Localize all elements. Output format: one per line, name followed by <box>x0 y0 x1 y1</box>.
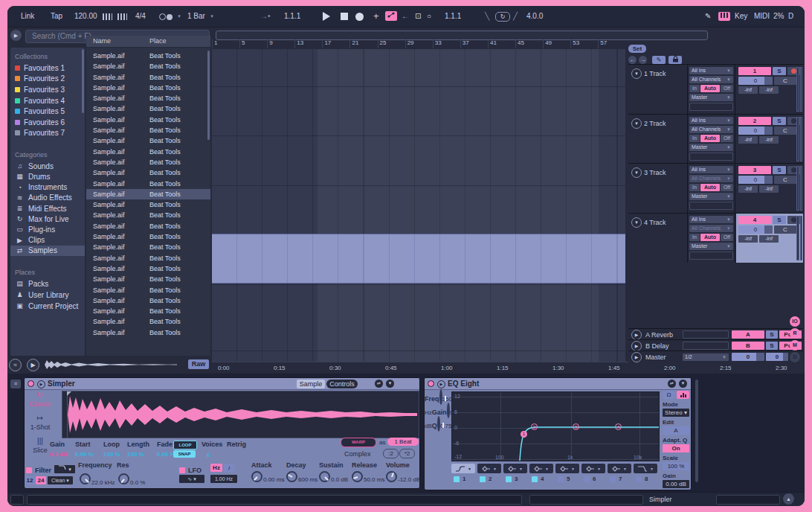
solo-button[interactable]: S <box>773 166 786 174</box>
show-hide-info-icon[interactable]: ▲ <box>783 493 794 505</box>
quantize-menu[interactable]: 1 Bar <box>187 12 205 20</box>
warp-double-button[interactable]: *2 <box>399 449 415 458</box>
file-row[interactable]: Sample.aifBeat Tools <box>86 242 210 252</box>
midi-map-button[interactable]: MIDI <box>754 12 770 20</box>
file-row[interactable]: Sample.aifBeat Tools <box>86 167 210 178</box>
track-fold-icon[interactable]: ▼ <box>631 68 642 79</box>
output-type-select[interactable]: Master▼ <box>689 94 733 101</box>
preview-play-icon[interactable]: ▶ <box>27 359 39 371</box>
band-shape-select[interactable]: ▼ <box>529 464 553 473</box>
preview-waveform[interactable] <box>42 359 180 371</box>
volume-slider[interactable]: 0 <box>738 77 773 85</box>
filter-slope-12-button[interactable]: 12 <box>25 476 35 484</box>
eq-curve-display[interactable]: 12 6 0 -6 -12 100 1k 10k 1 2 3 4 <box>451 391 660 461</box>
time-ruler[interactable]: 0:000:150:300:451:001:151:301:452:002:15… <box>212 362 803 373</box>
loop-length-field[interactable]: 4.0.0 <box>526 12 543 20</box>
track-name-area[interactable]: ▼ 4 Track <box>628 214 688 263</box>
key-map-button[interactable]: Key <box>735 12 747 20</box>
loop-nudge-right-icon[interactable]: → <box>639 56 647 64</box>
retrig-label[interactable]: Retrig <box>227 441 246 448</box>
browser-toggle-icon[interactable]: ▶ <box>10 30 22 41</box>
return-solo-button[interactable]: S <box>766 330 778 339</box>
pan-dial[interactable]: C <box>774 77 796 85</box>
track-header[interactable]: ▼ 1 Track All Ins▼ All Channels▼ In Auto… <box>628 64 803 114</box>
warp-length-field[interactable]: 1 Beat <box>387 438 419 446</box>
track-fold-icon[interactable]: ▼ <box>631 217 642 228</box>
track-activator-button[interactable]: 2 <box>738 117 771 125</box>
loop-nudge-left-icon[interactable]: ← <box>628 56 637 64</box>
file-row[interactable]: Sample.aifBeat Tools <box>86 327 210 338</box>
punch-in-icon[interactable]: ╲ <box>485 12 489 20</box>
eq-band[interactable]: ▼ 5 <box>555 464 581 482</box>
playback-mode-tab[interactable]: ↻Classic <box>25 391 56 414</box>
sidebar-item-collection[interactable]: Favourites 2 <box>10 74 85 85</box>
device-on-led[interactable] <box>428 380 434 387</box>
metronome-caret-icon[interactable]: ▼ <box>177 14 181 19</box>
monitor-in-button[interactable]: In <box>689 135 700 142</box>
monitor-in-button[interactable]: In <box>689 184 700 191</box>
session-record-icon[interactable]: ⊡ <box>415 12 421 20</box>
new-icon[interactable]: + <box>373 10 379 22</box>
output-gain-value[interactable]: 0.00 dB <box>663 480 689 488</box>
master-fold-icon[interactable]: ▶ <box>631 352 642 362</box>
volume-slider[interactable]: 0 <box>738 225 773 234</box>
filter-frequency-value[interactable]: 22.0 kHz <box>91 479 115 486</box>
column-name[interactable]: Name <box>86 36 149 47</box>
sidebar-item-category[interactable]: ↻Max for Live <box>10 214 85 224</box>
file-row[interactable]: Sample.aifBeat Tools <box>86 285 210 295</box>
output-type-select[interactable]: Master▼ <box>689 144 733 151</box>
volume-slider[interactable]: 0 <box>738 127 773 135</box>
tempo-field[interactable]: 120.00 <box>74 12 97 20</box>
band-shape-select[interactable]: ▼ <box>634 464 657 473</box>
return-solo-button[interactable]: S <box>766 342 778 350</box>
input-type-select[interactable]: All Ins▼ <box>689 166 733 173</box>
return-activator-button[interactable]: B <box>732 342 764 350</box>
arrangement-grid[interactable] <box>212 49 625 362</box>
monitor-auto-button[interactable]: Auto <box>700 184 720 191</box>
metronome-icon[interactable] <box>159 13 173 22</box>
eq-band[interactable]: ▼ 7 <box>608 464 633 482</box>
eq-band4-dot[interactable]: 4 <box>615 423 622 430</box>
analyzer-icon[interactable] <box>677 391 689 399</box>
input-type-select[interactable]: All Ins▼ <box>689 216 733 223</box>
sidebar-item-category[interactable]: ≋Audio Effects <box>10 193 85 203</box>
audition-headphones-icon[interactable]: Ω <box>663 391 675 399</box>
set-button[interactable]: Set <box>628 45 646 53</box>
file-row[interactable]: Sample.aifBeat Tools <box>86 295 210 306</box>
re-enable-automation-icon[interactable]: ← <box>402 12 409 20</box>
monitor-auto-button[interactable]: Auto <box>700 234 720 241</box>
monitor-auto-button[interactable]: Auto <box>700 135 720 142</box>
sample-param[interactable]: Length100 % <box>127 441 160 458</box>
lfo-enable-checkbox[interactable] <box>179 467 185 473</box>
solo-button[interactable]: S <box>773 67 786 75</box>
device-view-toggle-icon[interactable]: ≡ <box>10 380 21 388</box>
play-button[interactable] <box>323 12 330 21</box>
audio-clip-track4[interactable] <box>212 234 625 284</box>
filter-enable-checkbox[interactable] <box>26 467 32 473</box>
pan-dial[interactable]: C <box>774 176 796 184</box>
eq-band3-dot[interactable]: 3 <box>573 423 579 430</box>
device-preview-icon[interactable]: ▶ <box>37 380 45 388</box>
sidebar-item-place[interactable]: ▣Current Project <box>10 301 85 312</box>
sidebar-item-category[interactable]: ◔Instruments <box>10 182 85 193</box>
master-track-header[interactable]: ▶ Master 1/2▼ 0 0 <box>628 351 803 362</box>
return-track-header[interactable]: ▶ B Delay B S Post <box>628 339 803 351</box>
band-enable-checkbox[interactable] <box>584 476 590 482</box>
sidebar-item-category[interactable]: ≣Midi Effects <box>10 203 85 214</box>
eq-band[interactable]: ▼ 1 <box>451 464 477 482</box>
file-row[interactable]: Sample.aifBeat Tools <box>86 115 210 125</box>
arrangement-record-button[interactable] <box>355 13 364 21</box>
track-header[interactable]: ▼ 3 Track All Ins▼ All Channels▼ In Auto… <box>628 163 803 213</box>
file-list-scrollbar[interactable] <box>207 51 210 140</box>
input-channel-select[interactable]: All Channels▼ <box>689 225 733 232</box>
envelope-knob-group[interactable]: Decay600 ms <box>286 461 320 469</box>
lfo-sync-note-icon[interactable]: ♪ <box>224 464 234 472</box>
tab-sample[interactable]: Sample <box>297 380 325 388</box>
filter-circuit-select[interactable]: Clean ▾ <box>48 476 73 484</box>
input-type-select[interactable]: All Ins▼ <box>689 117 733 124</box>
file-row[interactable]: Sample.aifBeat Tools <box>86 263 210 274</box>
lock-envelopes-button[interactable] <box>668 56 682 64</box>
sidebar-item-collection[interactable]: Favourites 1 <box>10 63 85 74</box>
hot-swap-icon[interactable]: ⇄ <box>375 380 383 388</box>
pan-dial[interactable]: C <box>774 127 796 135</box>
